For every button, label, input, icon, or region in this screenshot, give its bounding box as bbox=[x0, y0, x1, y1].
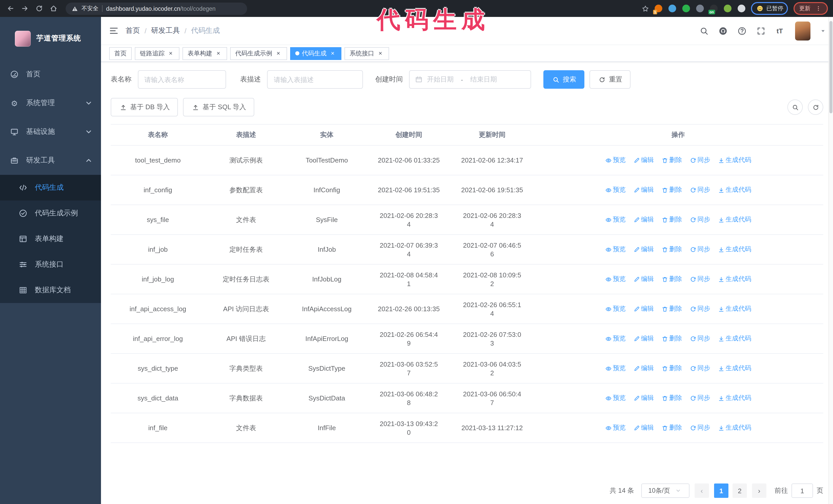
action-delete[interactable]: 删除 bbox=[662, 334, 682, 343]
bookmark-star-icon[interactable] bbox=[642, 5, 649, 12]
reload-icon[interactable] bbox=[34, 3, 44, 14]
date-range-picker[interactable]: 开始日期 - 结束日期 bbox=[409, 70, 531, 89]
app-logo-row[interactable]: 芋道管理系统 bbox=[0, 17, 101, 60]
action-sync[interactable]: 同步 bbox=[690, 394, 710, 403]
action-sync[interactable]: 同步 bbox=[690, 424, 710, 432]
page-scrollbar[interactable] bbox=[828, 17, 833, 504]
action-delete[interactable]: 删除 bbox=[662, 364, 682, 373]
security-label[interactable]: 不安全 bbox=[81, 5, 98, 12]
close-tab-icon[interactable]: × bbox=[377, 50, 384, 57]
extension-gray-icon[interactable] bbox=[696, 5, 704, 12]
action-delete[interactable]: 删除 bbox=[662, 156, 682, 165]
sidebar-subitem-db-doc[interactable]: 数据库文档 bbox=[0, 278, 101, 303]
tab-codegen[interactable]: 代码生成× bbox=[290, 47, 341, 60]
action-generate-code[interactable]: 生成代码 bbox=[718, 305, 751, 313]
hamburger-icon[interactable] bbox=[109, 26, 118, 35]
action-generate-code[interactable]: 生成代码 bbox=[718, 424, 751, 432]
fullscreen-icon[interactable] bbox=[756, 26, 765, 35]
prev-page-button[interactable]: ‹ bbox=[695, 483, 709, 498]
action-delete[interactable]: 删除 bbox=[662, 245, 682, 254]
page-size-select[interactable]: 10条/页 bbox=[641, 483, 689, 498]
paused-extension-badge[interactable]: 已暂停 bbox=[751, 2, 788, 15]
action-preview[interactable]: 预览 bbox=[605, 186, 626, 194]
sidebar-item-system-management[interactable]: ⚙系统管理 bbox=[0, 89, 101, 117]
action-edit[interactable]: 编辑 bbox=[633, 215, 654, 224]
tab-form-build[interactable]: 表单构建× bbox=[183, 47, 227, 60]
action-edit[interactable]: 编辑 bbox=[633, 186, 654, 194]
action-sync[interactable]: 同步 bbox=[690, 334, 710, 343]
import-db-button[interactable]: 基于 DB 导入 bbox=[111, 98, 178, 116]
breadcrumb-item[interactable]: 首页 bbox=[125, 26, 140, 35]
action-generate-code[interactable]: 生成代码 bbox=[718, 215, 751, 224]
table-refresh-button[interactable] bbox=[808, 99, 823, 115]
sidebar-subitem-codegen[interactable]: 代码生成 bbox=[0, 175, 101, 200]
close-tab-icon[interactable]: × bbox=[167, 50, 174, 57]
url-text[interactable]: dashboard.yudao.iocoder.cn/tool/codegen bbox=[106, 5, 216, 11]
extension-lime-icon[interactable] bbox=[724, 5, 732, 12]
page-button-1[interactable]: 1 bbox=[714, 483, 729, 498]
tab-codegen-example[interactable]: 代码生成示例× bbox=[230, 47, 287, 60]
action-generate-code[interactable]: 生成代码 bbox=[718, 156, 751, 165]
action-delete[interactable]: 删除 bbox=[662, 215, 682, 224]
table-search-toggle-button[interactable] bbox=[787, 99, 803, 115]
action-generate-code[interactable]: 生成代码 bbox=[718, 275, 751, 284]
action-generate-code[interactable]: 生成代码 bbox=[718, 334, 751, 343]
action-preview[interactable]: 预览 bbox=[605, 394, 626, 403]
action-edit[interactable]: 编辑 bbox=[633, 364, 654, 373]
browser-update-button[interactable]: 更新 bbox=[793, 2, 828, 15]
address-bar[interactable]: 不安全 dashboard.yudao.iocoder.cn/tool/code… bbox=[66, 2, 247, 15]
action-preview[interactable]: 预览 bbox=[605, 364, 626, 373]
action-edit[interactable]: 编辑 bbox=[633, 156, 654, 165]
search-icon[interactable] bbox=[699, 26, 709, 35]
forward-icon[interactable] bbox=[20, 3, 30, 14]
github-icon[interactable] bbox=[718, 26, 728, 35]
action-edit[interactable]: 编辑 bbox=[633, 334, 654, 343]
action-delete[interactable]: 删除 bbox=[662, 186, 682, 194]
home-icon[interactable] bbox=[48, 3, 58, 14]
action-preview[interactable]: 预览 bbox=[605, 424, 626, 432]
action-generate-code[interactable]: 生成代码 bbox=[718, 245, 751, 254]
action-sync[interactable]: 同步 bbox=[690, 305, 710, 313]
action-edit[interactable]: 编辑 bbox=[633, 394, 654, 403]
extension-blue-icon[interactable] bbox=[668, 5, 676, 12]
scrollbar-thumb[interactable] bbox=[829, 21, 832, 113]
tab-home[interactable]: 首页 bbox=[109, 47, 132, 60]
close-tab-icon[interactable]: × bbox=[215, 50, 222, 57]
action-sync[interactable]: 同步 bbox=[690, 215, 710, 224]
action-sync[interactable]: 同步 bbox=[690, 186, 710, 194]
action-preview[interactable]: 预览 bbox=[605, 275, 626, 284]
action-sync[interactable]: 同步 bbox=[690, 275, 710, 284]
sidebar-subitem-codegen-example[interactable]: 代码生成示例 bbox=[0, 200, 101, 226]
extension-green-check-icon[interactable] bbox=[682, 5, 690, 12]
action-edit[interactable]: 编辑 bbox=[633, 275, 654, 284]
close-tab-icon[interactable]: × bbox=[275, 50, 282, 57]
action-generate-code[interactable]: 生成代码 bbox=[718, 186, 751, 194]
action-generate-code[interactable]: 生成代码 bbox=[718, 394, 751, 403]
action-delete[interactable]: 删除 bbox=[662, 424, 682, 432]
caret-down-icon[interactable] bbox=[820, 28, 826, 33]
action-sync[interactable]: 同步 bbox=[690, 364, 710, 373]
page-button-2[interactable]: 2 bbox=[733, 483, 747, 498]
action-generate-code[interactable]: 生成代码 bbox=[718, 364, 751, 373]
table-desc-input[interactable] bbox=[267, 70, 363, 89]
extension-orange-icon[interactable]: 1 bbox=[654, 5, 662, 12]
sidebar-item-infrastructure[interactable]: 基础设施 bbox=[0, 117, 101, 146]
search-button[interactable]: 搜索 bbox=[543, 70, 585, 89]
tab-trace[interactable]: 链路追踪× bbox=[135, 47, 180, 60]
action-edit[interactable]: 编辑 bbox=[633, 305, 654, 313]
avatar[interactable] bbox=[795, 21, 810, 40]
action-delete[interactable]: 删除 bbox=[662, 275, 682, 284]
next-page-button[interactable]: › bbox=[752, 483, 766, 498]
action-sync[interactable]: 同步 bbox=[690, 245, 710, 254]
extension-dark-icon[interactable]: on bbox=[710, 5, 718, 12]
extension-puzzle-icon[interactable] bbox=[738, 5, 745, 12]
goto-page-input[interactable] bbox=[791, 483, 813, 498]
action-edit[interactable]: 编辑 bbox=[633, 424, 654, 432]
action-preview[interactable]: 预览 bbox=[605, 334, 626, 343]
question-icon[interactable] bbox=[737, 26, 746, 35]
sidebar-subitem-system-api[interactable]: 系统接口 bbox=[0, 252, 101, 278]
sidebar-subitem-form-build[interactable]: 表单构建 bbox=[0, 226, 101, 252]
action-preview[interactable]: 预览 bbox=[605, 156, 626, 165]
breadcrumb-item[interactable]: 研发工具 bbox=[151, 26, 180, 35]
sidebar-item-dev-tools[interactable]: 研发工具 bbox=[0, 146, 101, 175]
